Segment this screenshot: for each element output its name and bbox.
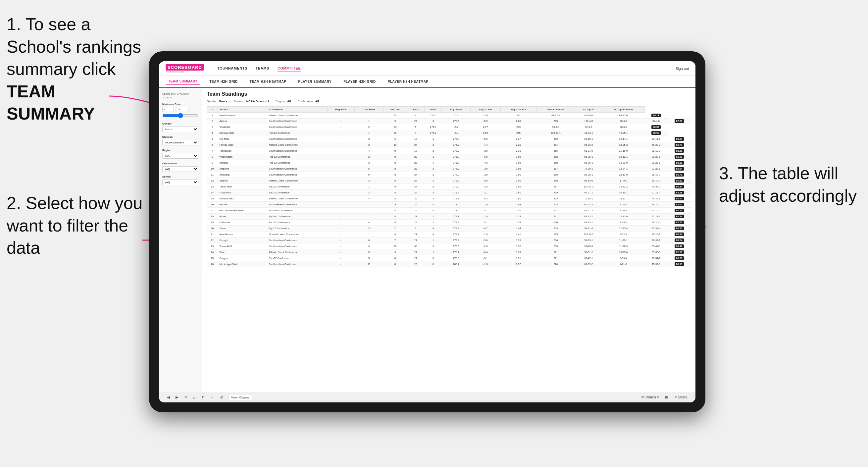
- standings-table: # School Conference Rag Rank Conf Rank N…: [207, 106, 691, 267]
- filter-gender-select[interactable]: Men's Women's: [162, 126, 198, 132]
- bottom-toolbar: ◀ ▶ ↻ ⌂ ⬆ ＋ ⏱ View: Original 👁 Watch ▾ ⊞…: [159, 392, 695, 402]
- score-badge: 88.42: [675, 244, 684, 248]
- chip-division-value: NCAA Division I: [246, 100, 269, 103]
- table-row[interactable]: 5Ole MissSoutheastern Conference-3618127…: [207, 136, 691, 142]
- table-row[interactable]: 10AlabamaSoutheastern Conference-5823327…: [207, 165, 691, 172]
- sign-out-link[interactable]: Sign out: [676, 67, 689, 70]
- col-conf-rank[interactable]: Conf Rank: [354, 107, 383, 113]
- update-time: Update time: 27/03/2024 16:56:26: [162, 92, 198, 99]
- table-row[interactable]: 21New MexicoMountain West Conference-182…: [207, 231, 691, 237]
- col-adj-score[interactable]: Adj. Score: [442, 107, 471, 113]
- col-conference[interactable]: Conference: [267, 107, 328, 113]
- toolbar-forward[interactable]: ▶: [174, 395, 180, 400]
- score-badge: 82.27: [675, 221, 684, 224]
- score-badge: 82.11: [675, 161, 684, 165]
- table-row[interactable]: 7TennesseeSoutheastern Conference-481822…: [207, 148, 691, 154]
- score-badge: 83.18: [675, 191, 684, 194]
- app-header: SCOREBOARD Powered by clippi TOURNAMENTS…: [159, 61, 695, 76]
- table-row[interactable]: 13Texas TechBig 12 Conference-19272276.0…: [207, 184, 691, 189]
- filter-group-division: Division NCAA Division I NCAA Division I…: [162, 135, 198, 146]
- sub-nav-team-h2h-grid[interactable]: TEAM H2H GRID: [207, 79, 240, 85]
- toolbar-share-btn[interactable]: ↗ Share: [673, 395, 689, 400]
- table-row[interactable]: 25OregonPac-12 Conference-58210279.5-3.1…: [207, 255, 691, 261]
- filter-conference-select[interactable]: (All): [162, 166, 198, 172]
- nav-tournaments[interactable]: TOURNAMENTS: [217, 65, 247, 72]
- score-badge: 85.98: [651, 131, 661, 135]
- view-original-button[interactable]: View: Original: [228, 395, 252, 400]
- table-row[interactable]: 17East Tennessee StateSouthern Conferenc…: [207, 207, 691, 213]
- col-vs-top-50-pts[interactable]: Vs Top 50 Points: [602, 107, 645, 113]
- tablet-device: SCOREBOARD Powered by clippi TOURNAMENTS…: [149, 51, 705, 412]
- nav-teams[interactable]: TEAMS: [256, 65, 269, 72]
- table-filters-row: Gender: Men's Division: NCAA Division I …: [207, 100, 691, 103]
- col-avg-low[interactable]: Avg. Low Rds: [500, 107, 536, 113]
- toolbar-watch-btn[interactable]: 👁 Watch ▾: [640, 395, 660, 400]
- table-row[interactable]: 19CaliforniaPac-12 Conference-48242278.2…: [207, 219, 691, 225]
- col-rag-rank[interactable]: Rag Rank: [327, 107, 354, 113]
- filter-group-conference: Conference (All): [162, 162, 198, 172]
- nav-committee[interactable]: COMMITTEE: [278, 65, 301, 72]
- table-row[interactable]: 9ArizonaPac-12 Conference-38234276.3-4.6…: [207, 160, 691, 165]
- filter-min-rou-slider[interactable]: [162, 113, 198, 118]
- col-rank[interactable]: #: [207, 107, 218, 113]
- logo-area: SCOREBOARD Powered by clippi: [165, 64, 204, 73]
- filters-sidebar: Update time: 27/03/2024 16:56:26 Minimum…: [159, 88, 202, 392]
- table-row[interactable]: 15Georgia TechAtlantic Coast Conference-…: [207, 195, 691, 201]
- table-row[interactable]: 24DukeAtlantic Coast Conference-59271279…: [207, 249, 691, 255]
- filter-region-label: Region: [162, 149, 198, 152]
- table-row[interactable]: 23Texas A&MSoutheastern Conference-91030…: [207, 243, 691, 249]
- chip-gender: Gender: Men's: [207, 100, 227, 103]
- col-school[interactable]: School: [218, 107, 267, 113]
- table-row[interactable]: 1North CarolinaAtlantic Coast Conference…: [207, 113, 691, 119]
- toolbar-share-2[interactable]: ⬆: [200, 395, 206, 400]
- sub-nav-team-h2h-heatmap[interactable]: TEAM H2H HEATMAP: [247, 79, 289, 85]
- toolbar-back[interactable]: ◀: [165, 395, 171, 400]
- score-badge: 88.13: [675, 262, 684, 266]
- table-row[interactable]: 6Florida StateAtlantic Coast Conference-…: [207, 142, 691, 148]
- table-row[interactable]: 26Mississippi StateSoutheastern Conferen…: [207, 261, 691, 267]
- table-row[interactable]: 18IllinoisBig Ten Conference-18231279.1-…: [207, 213, 691, 219]
- sub-nav-player-h2h-grid[interactable]: PLAYER H2H GRID: [341, 79, 378, 85]
- toolbar-refresh[interactable]: ↻: [183, 395, 188, 400]
- col-avg-to-par[interactable]: Avg. to Par: [471, 107, 501, 113]
- filter-min-rou-input-2[interactable]: [177, 107, 188, 112]
- table-row[interactable]: 16FloridaSoutheastern Conference-7924427…: [207, 201, 691, 207]
- sub-nav: TEAM SUMMARY TEAM H2H GRID TEAM H2H HEAT…: [159, 76, 695, 88]
- sub-nav-team-summary[interactable]: TEAM SUMMARY: [165, 78, 200, 85]
- toolbar-grid-btn[interactable]: ⊞: [664, 395, 669, 400]
- score-badge: 80.47: [675, 197, 684, 200]
- main-table-area: Team Standings Gender: Men's Division: N…: [202, 88, 695, 392]
- table-row[interactable]: 11ArkansasSoutheastern Conference-682422…: [207, 172, 691, 178]
- table-row[interactable]: 3VanderbiltSoutheastern Conference-22352…: [207, 124, 691, 130]
- chip-conference: Conference: All: [298, 100, 319, 103]
- table-row[interactable]: 14OklahomaBig 12 Conference-28242279.5-3…: [207, 189, 691, 195]
- score-badge: 82.98: [675, 250, 684, 254]
- table-row[interactable]: 12VirginiaAtlantic Coast Conference-3824…: [207, 178, 691, 184]
- filter-school-select[interactable]: (All): [162, 180, 198, 185]
- col-rnds[interactable]: Rnds: [407, 107, 425, 113]
- col-vs-top-25[interactable]: Vs Top 25: [575, 107, 602, 113]
- toolbar-clock[interactable]: ⏱: [219, 395, 225, 400]
- col-no-tour[interactable]: No Tour: [383, 107, 407, 113]
- table-row[interactable]: 20TexasBig 12 Conference-3778278.8-0.71.…: [207, 225, 691, 231]
- table-row[interactable]: 2AuburnSoutheastern Conference-19276273.…: [207, 118, 691, 124]
- table-row[interactable]: 8WashingtonPac-12 Conference-28231276.3-…: [207, 154, 691, 160]
- table-row[interactable]: 4Arizona StatePac-12 Conference-1264274.…: [207, 130, 691, 136]
- col-overall-record[interactable]: Overall Record: [536, 107, 575, 113]
- filter-min-rou-input-1[interactable]: [162, 107, 174, 112]
- filter-gender-label: Gender: [162, 122, 198, 125]
- filter-region-select[interactable]: N/A All: [162, 153, 198, 159]
- score-badge: 80.91: [675, 226, 684, 230]
- toolbar-add[interactable]: ＋: [209, 394, 215, 400]
- toolbar-home[interactable]: ⌂: [192, 395, 197, 400]
- col-wins[interactable]: Wins: [425, 107, 442, 113]
- table-row[interactable]: 22GeorgiaSoutheastern Conference-8721127…: [207, 237, 691, 243]
- content-area: Update time: 27/03/2024 16:56:26 Minimum…: [159, 88, 695, 392]
- tablet-screen: SCOREBOARD Powered by clippi TOURNAMENTS…: [159, 61, 695, 402]
- instruction-step-1: 1. To see a School's rankings summary cl…: [7, 13, 146, 125]
- score-badge: 80.71: [675, 173, 684, 177]
- filter-division-select[interactable]: NCAA Division I NCAA Division II NCAA Di…: [162, 140, 198, 146]
- sub-nav-player-h2h-heatmap[interactable]: PLAYER H2H HEATMAP: [385, 79, 431, 85]
- filter-group-min-rou: Minimum Rou... -: [162, 103, 198, 119]
- sub-nav-player-summary[interactable]: PLAYER SUMMARY: [296, 79, 334, 85]
